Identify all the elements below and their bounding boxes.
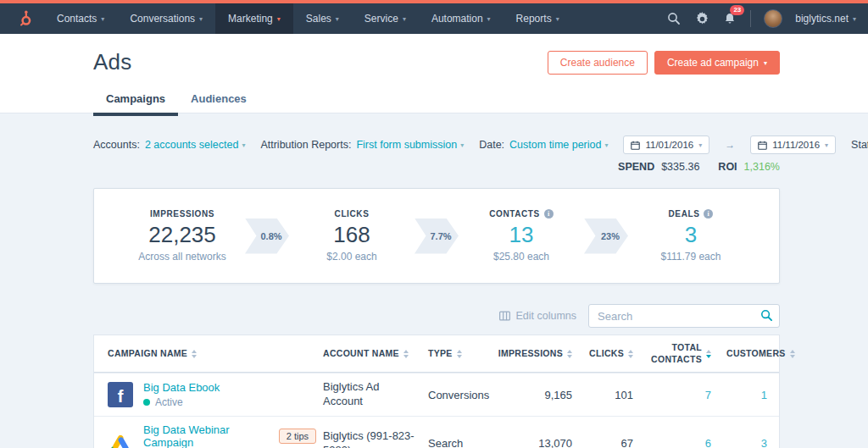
nav-item-sales[interactable]: Sales▾ — [293, 3, 352, 34]
nav-item-label: Conversations — [130, 13, 195, 25]
roi-label: ROI — [718, 161, 737, 173]
nav-item-contacts[interactable]: Contacts▾ — [44, 3, 117, 34]
spend-roi-summary: SPEND $335.36 ROI 1,316% — [93, 161, 780, 173]
search-icon[interactable] — [666, 11, 682, 26]
sort-icon — [457, 350, 462, 358]
settings-gear-icon[interactable] — [694, 11, 709, 26]
deals-metric-label: DEALSi — [628, 209, 754, 218]
date-start-value: 11/01/2016 — [645, 140, 693, 150]
campaign-link[interactable]: Big Data Ebook — [143, 381, 220, 394]
date-end-value: 11/11/2016 — [772, 140, 820, 150]
attribution-filter-dropdown[interactable]: First form submission▾ — [356, 139, 464, 151]
campaign-cell: Big Data Webinar Campaign 2 tips Active — [94, 417, 320, 448]
customers-cell[interactable]: 3 — [723, 430, 779, 448]
hubspot-logo-icon[interactable] — [14, 9, 36, 28]
table-row-big-data-webinar-campaign: Big Data Webinar Campaign 2 tips Active … — [94, 416, 779, 448]
impressions-cell: 13,070 — [499, 430, 584, 448]
contacts-metric-sub: $25.80 each — [459, 251, 584, 263]
chevron-down-icon: ▾ — [460, 141, 464, 149]
total-contacts-cell[interactable]: 7 — [645, 382, 723, 408]
search-icon[interactable] — [760, 309, 773, 325]
nav-item-service[interactable]: Service▾ — [352, 3, 419, 34]
columns-icon — [499, 311, 510, 321]
table-search — [588, 304, 780, 328]
total-contacts-cell[interactable]: 6 — [645, 430, 723, 448]
chevron-down-icon: ▾ — [277, 15, 281, 23]
type-cell: Conversions — [425, 382, 499, 408]
column-header-account-name[interactable]: ACCOUNT NAME — [320, 341, 425, 366]
calendar-icon — [758, 141, 767, 150]
type-cell: Search — [425, 430, 499, 448]
info-icon[interactable]: i — [704, 209, 713, 218]
nav-item-marketing[interactable]: Marketing▾ — [215, 3, 293, 34]
chevron-down-icon: ▾ — [403, 15, 406, 23]
ads-dashboard: Accounts: 2 accounts selected▾ Attributi… — [0, 113, 868, 448]
clicks-cell: 67 — [584, 430, 645, 448]
contacts-metric-label: CONTACTSi — [459, 209, 584, 218]
clicks-cell: 101 — [584, 382, 645, 408]
sort-icon — [567, 350, 572, 358]
create-ad-campaign-label: Create ad campaign — [667, 57, 759, 69]
column-header-campaign-name[interactable]: CAMPAIGN NAME — [94, 341, 320, 366]
create-ad-campaign-button[interactable]: Create ad campaign ▾ — [654, 51, 780, 75]
accounts-filter-label: Accounts: — [93, 139, 140, 151]
clicks-to-contacts-rate: 7.7% — [415, 218, 459, 254]
account-name: biglytics.net — [795, 13, 849, 25]
contacts-metric: CONTACTSi 13 $25.80 each — [459, 209, 584, 263]
calendar-icon — [631, 141, 640, 150]
nav-item-label: Service — [364, 13, 398, 25]
column-header-total-contacts[interactable]: TOTAL CONTACTS — [645, 335, 723, 372]
nav-item-reports[interactable]: Reports▾ — [504, 3, 572, 34]
status-active-dot — [143, 399, 150, 406]
date-filter: Date: Custom time period▾ — [479, 139, 608, 151]
date-filter-dropdown[interactable]: Custom time period▾ — [509, 139, 608, 151]
campaign-cell: f Big Data Ebook Active — [94, 374, 320, 415]
nav-item-conversations[interactable]: Conversations▾ — [117, 3, 215, 34]
nav-divider — [750, 10, 751, 27]
column-header-type[interactable]: TYPE — [425, 341, 499, 366]
account-menu[interactable]: biglytics.net ▾ — [795, 13, 856, 25]
search-input[interactable] — [588, 304, 780, 328]
sort-icon — [192, 350, 197, 358]
tab-campaigns[interactable]: Campaigns — [93, 87, 178, 116]
notification-count-badge: 23 — [730, 5, 744, 15]
user-avatar[interactable] — [764, 9, 782, 28]
google-ads-icon — [108, 431, 133, 448]
filter-bar: Accounts: 2 accounts selected▾ Attributi… — [93, 136, 780, 154]
chevron-down-icon: ▾ — [242, 141, 245, 149]
nav-item-label: Contacts — [57, 13, 97, 25]
attribution-filter-label: Attribution Reports: — [260, 139, 351, 151]
column-header-customers[interactable]: CUSTOMERS — [723, 341, 807, 366]
campaign-link[interactable]: Big Data Webinar Campaign — [143, 423, 270, 448]
date-end-picker[interactable]: 11/11/2016 ▾ — [750, 136, 836, 154]
tips-badge[interactable]: 2 tips — [279, 429, 316, 444]
create-audience-button[interactable]: Create audience — [548, 51, 648, 75]
nav-item-automation[interactable]: Automation▾ — [419, 3, 504, 34]
status-filter-label: Status: — [851, 139, 868, 151]
column-header-impressions[interactable]: IMPRESSIONS — [499, 341, 584, 366]
account-name-cell: Biglytics Ad Account — [320, 373, 425, 416]
tab-audiences[interactable]: Audiences — [178, 87, 259, 116]
edit-columns-label: Edit columns — [515, 310, 576, 322]
tab-bar: Campaigns Audiences — [93, 87, 780, 116]
notifications-bell-icon[interactable]: 23 — [722, 11, 737, 26]
nav-item-label: Automation — [431, 13, 483, 25]
info-icon[interactable]: i — [544, 209, 554, 218]
customers-cell[interactable]: 1 — [723, 382, 779, 408]
accounts-filter-dropdown[interactable]: 2 accounts selected▾ — [145, 139, 246, 151]
edit-columns-button[interactable]: Edit columns — [499, 310, 576, 322]
page-header: Ads Create audience Create ad campaign ▾… — [0, 34, 868, 113]
clicks-metric-sub: $2.00 each — [289, 251, 415, 263]
sort-icon — [790, 350, 795, 358]
attribution-filter: Attribution Reports: First form submissi… — [260, 139, 464, 151]
clicks-metric-value: 168 — [289, 223, 415, 247]
chevron-down-icon: ▾ — [764, 59, 767, 67]
status-filter: Status: Active▾ — [851, 139, 868, 151]
clicks-metric: CLICKS 168 $2.00 each — [289, 209, 415, 263]
accounts-filter-value: 2 accounts selected — [145, 139, 239, 151]
nav-item-label: Sales — [306, 13, 331, 25]
contacts-to-deals-rate: 23% — [584, 218, 628, 254]
date-start-picker[interactable]: 11/01/2016 ▾ — [623, 136, 709, 154]
roi-value: 1,316% — [744, 161, 780, 173]
column-header-clicks[interactable]: CLICKS — [584, 341, 645, 366]
